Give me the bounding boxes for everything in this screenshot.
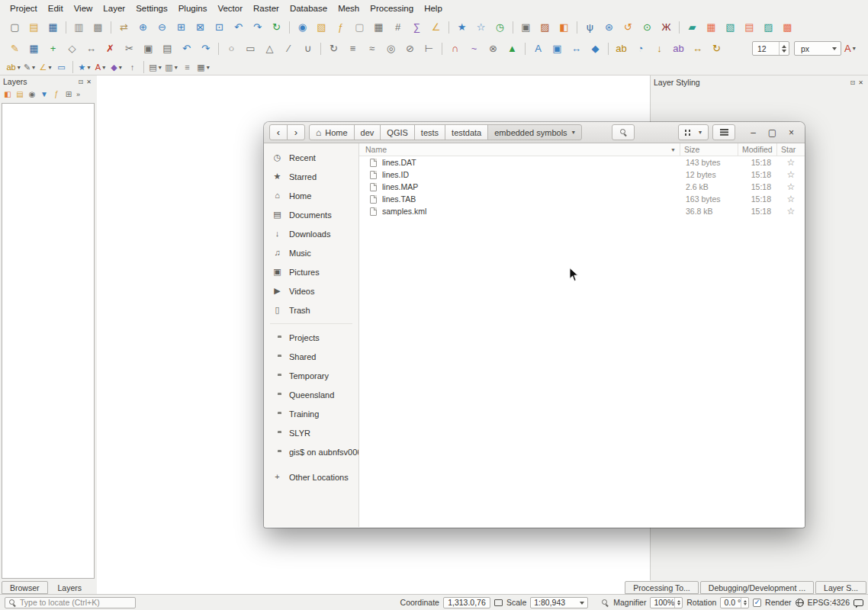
copy-style-button[interactable]: ▤▾ (148, 61, 162, 74)
menu-layer[interactable]: Layer (98, 2, 130, 14)
rotate-feature-button[interactable]: ↻ (325, 40, 342, 57)
zoom-out-button[interactable]: ⊖ (153, 18, 171, 36)
back-button[interactable]: ‹ (269, 124, 288, 140)
sidebar-item-training[interactable]: Training (264, 404, 358, 423)
chevron-down-icon[interactable]: ▾ (119, 64, 122, 71)
add-group-button[interactable]: ▤ (14, 89, 26, 101)
chevron-down-icon[interactable]: ▾ (87, 64, 90, 71)
sidebar-item-recent[interactable]: ◷Recent (264, 148, 358, 167)
star-icon[interactable]: ☆ (777, 194, 805, 204)
filter-by-expression-button[interactable]: ƒ (50, 89, 63, 101)
topology-check-button[interactable]: ▲ (503, 40, 521, 57)
magnifier-spinbox[interactable]: 100% (650, 597, 683, 608)
menu-plugins[interactable]: Plugins (173, 2, 213, 14)
draw-circle-button[interactable]: ○ (223, 40, 240, 57)
avoid-intersections-button[interactable]: ⊗ (484, 40, 502, 57)
menu-project[interactable]: Project (5, 2, 43, 14)
chevron-down-icon[interactable]: ▾ (159, 64, 162, 71)
text-format-options-button[interactable]: A▾ (93, 61, 108, 74)
scale-bar-button[interactable]: ≡ (180, 61, 194, 74)
reshape-features-button[interactable]: ≈ (363, 40, 381, 57)
locate-input[interactable]: Type to locate (Ctrl+K) (5, 597, 136, 608)
measure-options-button[interactable]: ∠▾ (38, 61, 53, 74)
map-tips-button[interactable]: ▭ (54, 61, 69, 74)
column-header-star[interactable]: Star (777, 145, 805, 154)
pin-labels-button[interactable]: ↓ (651, 40, 668, 57)
menu-edit[interactable]: Edit (43, 2, 69, 14)
close-panel-icon[interactable]: ✕ (85, 79, 93, 85)
save-layer-edits-button[interactable]: ▦ (25, 40, 43, 57)
sidebar-item-temporary[interactable]: Temporary (264, 366, 358, 385)
search-button[interactable] (612, 124, 635, 140)
undock-panel-icon[interactable]: ⊡ (77, 79, 85, 85)
font-color-button[interactable]: A▾ (842, 40, 858, 57)
open-project-button[interactable]: ▤ (25, 18, 43, 36)
maximize-button[interactable]: ▢ (764, 124, 780, 140)
new-bookmark-button[interactable]: ★ (453, 18, 471, 36)
column-header-size[interactable]: Size (680, 145, 738, 154)
annotation-options-button[interactable]: ✎▾ (22, 61, 37, 74)
processing-toolbox-button[interactable]: ⊛ (600, 18, 618, 36)
sidebar-item-downloads[interactable]: ↓Downloads (264, 224, 358, 243)
snapping-toggle-button[interactable]: ∩ (446, 40, 464, 57)
expand-all-button[interactable]: ⊞ (63, 89, 75, 101)
spin-up-icon[interactable] (782, 43, 786, 48)
spin-arrows-icon[interactable] (779, 42, 789, 55)
new-map-view-button[interactable]: ▣ (517, 18, 535, 36)
menu-mesh[interactable]: Mesh (333, 2, 365, 14)
rotate-label-button[interactable]: ↻ (708, 40, 725, 57)
temporal-controller-button[interactable]: ◷ (491, 18, 509, 36)
tracing-toggle-button[interactable]: ~ (465, 40, 483, 57)
draw-polygon-button[interactable]: △ (261, 40, 278, 57)
move-label-button[interactable]: ↔ (689, 40, 706, 57)
dock-tab-browser[interactable]: Browser (2, 581, 48, 594)
font-size-spinbox[interactable]: 12 (752, 41, 789, 56)
zoom-full-button[interactable]: ⊞ (172, 18, 190, 36)
redo-edit-button[interactable]: ↷ (197, 40, 214, 57)
field-calculator-button[interactable]: # (389, 18, 407, 36)
layers-tree[interactable] (2, 103, 95, 579)
chevron-down-icon[interactable]: ▾ (102, 64, 105, 71)
layer-diagram-button[interactable]: ◔ (632, 40, 649, 57)
file-row[interactable]: lines.MAP2.6 kB15:18☆ (359, 181, 805, 193)
crs-button[interactable]: EPSG:4326 (808, 598, 850, 607)
trim-extend-button[interactable]: ⊢ (420, 40, 438, 57)
deselect-features-button[interactable]: ▢ (351, 18, 368, 36)
delete-selected-button[interactable]: ✗ (101, 40, 119, 57)
add-vector-layer-button[interactable]: ▰ (683, 18, 701, 36)
split-features-button[interactable]: ∕ (280, 40, 297, 57)
debug-bug-button[interactable]: Ж (657, 18, 675, 36)
sidebar-item-projects[interactable]: Projects (264, 328, 358, 347)
layer-styling-toggle-button[interactable]: ◧ (555, 18, 573, 36)
star-icon[interactable]: ☆ (777, 169, 805, 180)
sidebar-item-slyr[interactable]: SLYR (264, 423, 358, 442)
chevron-down-icon[interactable]: ▾ (175, 64, 178, 71)
sidebar-item-gis$-on-aubnfsv006[interactable]: gis$ on aubnfsv006 (264, 442, 358, 461)
vertex-tool-button[interactable]: ◇ (63, 40, 81, 57)
add-ring-button[interactable]: ◎ (382, 40, 400, 57)
north-arrow-button[interactable]: ↑ (125, 61, 140, 74)
draw-rectangle-button[interactable]: ▭ (242, 40, 259, 57)
zoom-to-layer-button[interactable]: ⊡ (211, 18, 228, 36)
sidebar-item-other-locations[interactable]: +Other Locations (264, 467, 358, 486)
unit-combo[interactable]: px (794, 41, 841, 56)
menu-view[interactable]: View (69, 2, 98, 14)
select-features-button[interactable]: ▧ (313, 18, 330, 36)
pan-map-button[interactable]: ⇄ (115, 18, 133, 36)
star-icon[interactable]: ☆ (777, 206, 805, 217)
path-segment-tests[interactable]: tests (414, 124, 445, 140)
extents-toggle-icon[interactable] (494, 599, 503, 606)
statistical-summary-button[interactable]: ∑ (408, 18, 426, 36)
zoom-to-selection-button[interactable]: ⊠ (191, 18, 209, 36)
column-header-name[interactable]: Name ▼ (359, 145, 680, 154)
rotation-spinbox[interactable]: 0.0 ° (720, 597, 749, 608)
dock-tab-layers[interactable]: Layers (50, 581, 91, 594)
add-feature-button[interactable]: + (44, 40, 62, 57)
coordinate-input[interactable]: 1,313.0,76 (443, 597, 490, 608)
path-segment-qgis[interactable]: QGIS (380, 124, 415, 140)
undo-history-button[interactable]: ↺ (619, 18, 637, 36)
add-delimited-text-layer-button[interactable]: ▤ (741, 18, 758, 36)
add-raster-layer-button[interactable]: ▦ (702, 18, 720, 36)
new-project-button[interactable]: ▢ (6, 18, 24, 36)
offset-curve-button[interactable]: ≡ (344, 40, 362, 57)
